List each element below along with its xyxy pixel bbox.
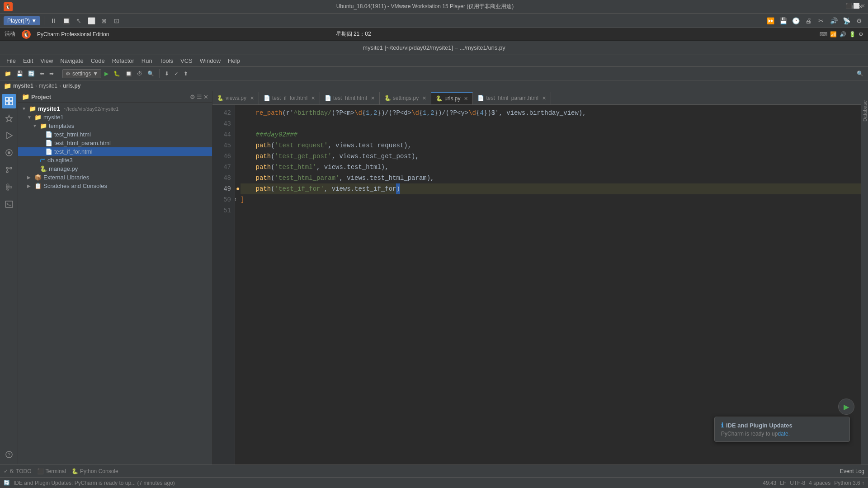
toolbar-debug[interactable]: 🐛 bbox=[112, 70, 122, 78]
favorites-icon[interactable] bbox=[2, 111, 16, 126]
tab-test-html-close[interactable]: ✕ bbox=[371, 95, 375, 101]
vmware-btn-2[interactable]: ↖ bbox=[73, 15, 84, 26]
menu-window[interactable]: Window bbox=[197, 56, 223, 65]
toolbar-run[interactable]: ▶ bbox=[103, 70, 110, 78]
database-tab[interactable]: Database bbox=[862, 100, 868, 122]
vmware-right-3[interactable]: 🕐 bbox=[790, 15, 801, 26]
tab-test-html-param-close[interactable]: ✕ bbox=[542, 95, 546, 101]
toolbar-profile[interactable]: ⏱ bbox=[135, 70, 144, 78]
breadcrumb-root[interactable]: 📁 bbox=[4, 82, 11, 89]
debug-icon[interactable] bbox=[2, 145, 16, 160]
status-indent[interactable]: 4 spaces bbox=[809, 480, 830, 486]
tab-views-py[interactable]: 🐍 views.py ✕ bbox=[212, 92, 259, 104]
menu-run[interactable]: Run bbox=[139, 56, 155, 65]
tab-settings-close[interactable]: ✕ bbox=[422, 95, 426, 101]
tab-test-html-param[interactable]: 📄 test_html_param.html ✕ bbox=[473, 92, 551, 104]
pycharm-close[interactable]: ✕ bbox=[861, 3, 865, 9]
activities-label[interactable]: 活动 bbox=[5, 30, 15, 38]
toolbar-inspect[interactable]: 🔍 bbox=[146, 70, 156, 78]
vmware-right-8[interactable]: ⚙ bbox=[854, 15, 864, 26]
tree-external-libs[interactable]: ▶ 📦 External Libraries bbox=[18, 173, 212, 182]
terminal-tab[interactable]: ⬛ Terminal bbox=[37, 468, 66, 474]
event-log-tab[interactable]: Event Log bbox=[840, 468, 864, 474]
menu-code[interactable]: Code bbox=[88, 56, 108, 65]
python-icon[interactable] bbox=[2, 180, 16, 194]
tab-settings-py[interactable]: 🐍 settings.py ✕ bbox=[380, 92, 431, 104]
status-charset[interactable]: UTF-8 bbox=[790, 480, 805, 486]
toolbar-save[interactable]: 💾 bbox=[14, 70, 25, 78]
status-lf[interactable]: LF bbox=[780, 480, 786, 486]
vmware-right-1[interactable]: ⏩ bbox=[765, 15, 776, 26]
vmware-btn-3[interactable]: ⬜ bbox=[86, 15, 97, 26]
toolbar-forward[interactable]: ➡ bbox=[47, 70, 56, 78]
git-icon[interactable] bbox=[2, 163, 16, 177]
vmware-right-7[interactable]: 📡 bbox=[841, 15, 852, 26]
tree-mysite1[interactable]: ▼ 📁 mysite1 bbox=[18, 113, 212, 122]
help-icon[interactable]: ? bbox=[2, 447, 16, 462]
pause-button[interactable]: ⏸ bbox=[48, 15, 59, 26]
toolbar-coverage[interactable]: 🔲 bbox=[123, 70, 134, 78]
menu-navigate[interactable]: Navigate bbox=[57, 56, 86, 65]
code-editor[interactable]: 42 43 44 45 46 47 48 49 50 51 re_path(r'… bbox=[212, 105, 868, 465]
toolbar-open[interactable]: 📁 bbox=[3, 70, 13, 78]
toolbar-vcs-update[interactable]: ⬇ bbox=[163, 70, 171, 78]
vmware-btn-4[interactable]: ⊠ bbox=[99, 15, 109, 26]
panel-close-icon[interactable]: ✕ bbox=[203, 94, 208, 100]
menu-edit[interactable]: Edit bbox=[20, 56, 36, 65]
vmware-right-2[interactable]: 💾 bbox=[778, 15, 788, 26]
toolbar-sync[interactable]: 🔄 bbox=[26, 70, 37, 78]
app-name-label[interactable]: PyCharm Professional Edition bbox=[37, 31, 109, 38]
status-lang[interactable]: Python 3.6 ↑ bbox=[834, 480, 864, 486]
project-icon[interactable] bbox=[2, 94, 16, 108]
run-floating-button[interactable]: ▶ bbox=[838, 399, 854, 415]
breadcrumb-current[interactable]: urls.py bbox=[63, 83, 80, 89]
player-menu[interactable]: Player(P) ▼ bbox=[4, 16, 40, 25]
tab-urls-close[interactable]: ✕ bbox=[464, 96, 468, 102]
vmware-btn-1[interactable]: 🔲 bbox=[61, 15, 71, 26]
tree-test-if-for[interactable]: ▶ 📄 test_if_for.html bbox=[18, 147, 212, 156]
tree-test-html[interactable]: ▶ 📄 test_html.html bbox=[18, 130, 212, 139]
menu-view[interactable]: View bbox=[38, 56, 56, 65]
todo-tab[interactable]: ✓ 6: TODO bbox=[4, 468, 32, 474]
panel-layout-icon[interactable]: ☰ bbox=[197, 94, 202, 100]
pycharm-maximize[interactable]: ⬜ bbox=[853, 3, 860, 9]
python-console-tab[interactable]: 🐍 Python Console bbox=[71, 468, 118, 474]
menu-help[interactable]: Help bbox=[225, 56, 243, 65]
terminal-icon[interactable] bbox=[2, 197, 16, 211]
code-content[interactable]: re_path(r'^birthday/(?P<m>\d{1,2})/(?P<d… bbox=[235, 105, 868, 465]
tab-test-html[interactable]: 📄 test_html.html ✕ bbox=[320, 92, 380, 104]
breadcrumb-part1[interactable]: mysite1 bbox=[13, 83, 33, 89]
tree-templates[interactable]: ▼ 📁 templates bbox=[18, 122, 212, 130]
status-position[interactable]: 49:43 bbox=[763, 480, 776, 486]
tree-test-html-param[interactable]: ▶ 📄 test_html_param.html bbox=[18, 139, 212, 147]
tree-root[interactable]: ▼ 📁 mysite1 ~/tedu/vip/day02/mysite1 bbox=[18, 104, 212, 113]
run-icon[interactable] bbox=[2, 128, 16, 143]
fold-icon-50[interactable]: ⊡ bbox=[235, 194, 236, 205]
toolbar-vcs-push[interactable]: ⬆ bbox=[182, 70, 190, 78]
menu-file[interactable]: File bbox=[4, 56, 19, 65]
tab-urls-py[interactable]: 🐍 urls.py ✕ bbox=[431, 92, 473, 104]
tree-scratches[interactable]: ▶ 📋 Scratches and Consoles bbox=[18, 182, 212, 190]
vmware-right-5[interactable]: ✂ bbox=[816, 15, 826, 26]
toolbar-search[interactable]: 🔍 bbox=[855, 70, 865, 78]
tab-test-if-for-html[interactable]: 📄 test_if_for.html ✕ bbox=[259, 92, 320, 104]
tree-db[interactable]: ▶ 🗃 db.sqlite3 bbox=[18, 156, 212, 164]
settings-icon[interactable]: ⚙ bbox=[859, 31, 863, 38]
vmware-toolbar: Player(P) ▼ ⏸ 🔲 ↖ ⬜ ⊠ ⊡ ⏩ 💾 🕐 🖨 ✂ 🔊 📡 ⚙ bbox=[0, 14, 868, 28]
pycharm-minimize[interactable]: ⬛ bbox=[845, 3, 852, 9]
vmware-right-6[interactable]: 🔊 bbox=[828, 15, 839, 26]
breadcrumb-part2[interactable]: mysite1 bbox=[39, 83, 57, 89]
run-config-combo[interactable]: ⚙ settings ▼ bbox=[62, 69, 101, 78]
tab-views-close[interactable]: ✕ bbox=[250, 95, 254, 101]
notif-link[interactable]: date. bbox=[778, 431, 790, 437]
menu-refactor[interactable]: Refactor bbox=[109, 56, 137, 65]
vmware-right-4[interactable]: 🖨 bbox=[803, 15, 814, 26]
menu-tools[interactable]: Tools bbox=[157, 56, 176, 65]
tab-test-if-for-close[interactable]: ✕ bbox=[311, 95, 315, 101]
toolbar-back[interactable]: ⬅ bbox=[38, 70, 46, 78]
panel-gear-icon[interactable]: ⚙ bbox=[190, 94, 195, 100]
vmware-btn-5[interactable]: ⊡ bbox=[111, 15, 122, 26]
tree-manage[interactable]: ▶ 🐍 manage.py bbox=[18, 164, 212, 173]
toolbar-vcs-commit[interactable]: ✓ bbox=[172, 70, 180, 78]
menu-vcs[interactable]: VCS bbox=[178, 56, 195, 65]
